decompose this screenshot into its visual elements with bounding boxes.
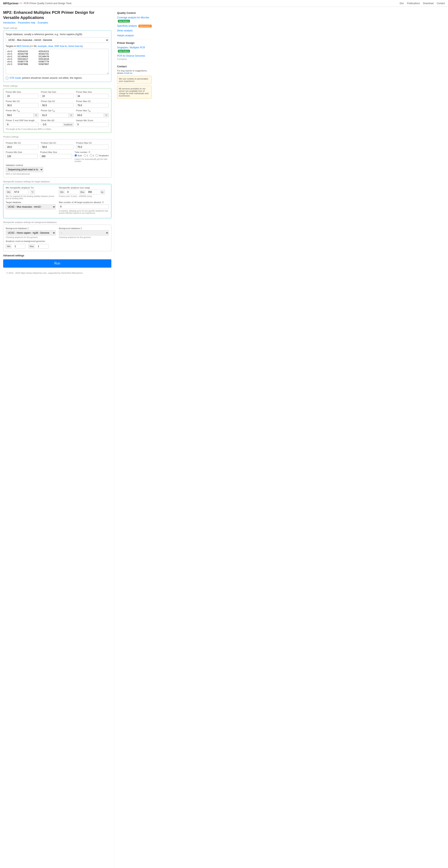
tube-note: Leave 0 for automatically get the tube n… [74, 158, 109, 162]
primer-max-tm-unit: °C [104, 113, 109, 118]
nonspecific-target-db-select[interactable]: UCSC - Mus musculus - mm10 - [6, 204, 56, 209]
nav-doc[interactable]: Doc [399, 2, 404, 5]
primer-max-size-field: Primer Max Size [76, 91, 109, 98]
product-min-size-input[interactable] [6, 154, 38, 159]
primer-min-tm-input[interactable] [6, 113, 34, 118]
nonspecific-size-row: Min Max bp [59, 190, 109, 194]
nonspecific-size-min-input[interactable] [66, 190, 78, 194]
sidebar-link-coverage[interactable]: Coverage analysis for Microbe New featur… [117, 16, 152, 23]
tube-singleplex-radio[interactable] [95, 154, 98, 157]
header-nav: Doc Publications Download Contact [399, 2, 445, 5]
link-introduction[interactable]: Introduction [3, 21, 16, 24]
database-dropdown-row: UCSC - Mus musculus - mm10 - Genome [6, 37, 109, 43]
nonspecific-target-db-col: Target database UCSC - Mus musculus - mm… [6, 201, 56, 214]
nav-publications[interactable]: Publications [407, 2, 420, 5]
nonspecific-size-note: Product size: 0 (min) - 1000000 (max). [59, 195, 109, 197]
clear-link[interactable]: clear [48, 45, 53, 48]
primer-min-tm-unit: °C [34, 113, 38, 118]
primer-max-size-input[interactable] [76, 94, 109, 98]
gene-howto-link[interactable]: Gene how-to [68, 45, 82, 48]
bg2-col: Background database 2 - Checking amplico… [59, 227, 109, 239]
product-min-gc-input[interactable] [6, 145, 38, 149]
product-max-gc-input[interactable] [76, 145, 109, 149]
nav-contact[interactable]: Contact [437, 2, 445, 5]
str-mode-checkbox[interactable] [6, 77, 8, 79]
snp-free-input[interactable] [6, 122, 38, 127]
dimer-input[interactable] [41, 122, 63, 127]
primer-snp-row: Primer 3' end SNP-free length Dimer Min … [6, 119, 109, 127]
nonspecific-db-row: Target database UCSC - Mus musculus - mm… [6, 201, 109, 214]
sidebar-link-diverse-genomes[interactable]: PCR for Diverse GenomesIn progress [117, 54, 152, 61]
product-min-gc-label: Product Min GC [6, 142, 38, 144]
advanced-settings-label[interactable]: Advanced settings [3, 254, 24, 257]
amp-min-input[interactable] [13, 244, 25, 249]
sidebar-link-specificity[interactable]: Specificity analysis Improvement [117, 24, 152, 28]
sidebar-link-dimer[interactable]: Dimer analysis [117, 29, 152, 32]
sidebar-link-singleplex[interactable]: Singleplex / Multiplex PCR New feature [117, 46, 152, 53]
target-desc: Target database, usually a reference gen… [6, 33, 109, 36]
nonspecific-tm-unit: °C [30, 190, 35, 194]
validation-select[interactable]: Sequencing (short-read or lo… [6, 167, 43, 172]
nav-download[interactable]: Download [423, 2, 434, 5]
primer-opt-size-label: Primer Opt Size [41, 91, 73, 93]
primer-max-gc-input[interactable] [76, 103, 109, 108]
tube-2-radio[interactable] [90, 154, 92, 157]
validation-label: Validation method [6, 164, 45, 166]
nonspecific-bg-box: Background database 1 UCSC - Homo sapien… [3, 225, 111, 251]
bg1-select[interactable]: UCSC - Homo sapien - hg38 - Genome [6, 230, 56, 236]
str-mode-link[interactable]: STR mode [9, 76, 21, 79]
product-max-gc-field: Product Max GC [76, 142, 109, 149]
tube-1-radio[interactable] [84, 154, 86, 157]
primer-tm-row: Primer Min Tm °C Primer Opt Tm °C Primer… [6, 109, 109, 118]
content-area: MP2: Enhanced Multiplex PCR Primer Desig… [0, 7, 115, 868]
primer-opt-size-input[interactable] [41, 94, 73, 98]
tube-help-icon: ? [88, 151, 91, 153]
advanced-settings-row: Advanced settings [3, 254, 111, 257]
specificity-badge: Improvement [139, 25, 152, 28]
hairpin-input[interactable] [76, 122, 109, 127]
amp-max-input[interactable] [37, 244, 49, 249]
sidebar-divider-1 [117, 39, 152, 39]
singleplex-badge: New feature [118, 50, 130, 53]
nonspecific-tm-input[interactable] [13, 190, 29, 194]
in-progress-note: In progress [117, 58, 127, 60]
link-parameters-help[interactable]: Parameters help [18, 21, 35, 24]
amplicon-count-section: Amplicon count on background genomes Min… [6, 240, 109, 249]
snp-howto-link[interactable]: SNP how-to [54, 45, 67, 48]
bg2-select[interactable]: - [59, 230, 109, 236]
main-layout: MP2: Enhanced Multiplex PCR Primer Desig… [0, 7, 448, 868]
run-button[interactable]: Run [3, 259, 111, 268]
nonspecific-size-max-input[interactable] [87, 190, 99, 194]
product-settings-box: Product Min GC Product Opt GC Product Ma… [3, 139, 111, 178]
primer-opt-tm-input[interactable] [41, 113, 69, 118]
bed-format-label: Targets in BED format (<= 50, example, c… [6, 45, 109, 48]
nonspecific-offtarget-label: Max number of off-target amplicons allow… [59, 201, 109, 204]
example-link[interactable]: example [38, 45, 47, 48]
amplicon-count-inputs: Min Max [6, 244, 109, 249]
bg2-note: Checking amplicons for this genome. [59, 236, 109, 239]
primer-min-size-input[interactable] [6, 94, 38, 98]
link-examples[interactable]: Examples [38, 21, 48, 24]
primer-max-gc-label: Primer Max GC [76, 100, 109, 102]
bed-format-link[interactable]: BED format [17, 45, 29, 48]
sidebar: Quality Control Coverage analysis for Mi… [115, 7, 154, 868]
primer-max-tm-input[interactable] [76, 113, 104, 118]
email-link[interactable]: email [124, 72, 129, 74]
tube-1-label: 1 [84, 154, 88, 157]
snp-note: The length at the 3' end without any SNP… [6, 128, 109, 130]
bed-textarea[interactable]: chr1 43554152 43554153 chr1 45502740 455… [6, 49, 109, 74]
tube-auto-radio[interactable] [74, 154, 77, 157]
primer-min-gc-input[interactable] [6, 103, 38, 108]
database-select[interactable]: UCSC - Mus musculus - mm10 - Genome [6, 37, 109, 43]
size-min-label: Min [59, 190, 65, 194]
design-title: Primer Design [117, 41, 152, 44]
primer-max-tm-field: Primer Max Tm °C [76, 109, 109, 118]
primer-min-size-label: Primer Min Size [6, 91, 38, 93]
page-links: Introduction Parameters help Examples [3, 21, 111, 24]
sidebar-link-hairpin[interactable]: Hairpin analysis [117, 34, 152, 37]
primer-opt-gc-input[interactable] [41, 103, 73, 108]
product-opt-gc-input[interactable] [41, 145, 73, 149]
nonspecific-offtarget-input[interactable] [59, 204, 109, 209]
product-max-size-input[interactable] [40, 154, 72, 159]
nonspecific-tm-input-row: Min °C [6, 190, 56, 194]
